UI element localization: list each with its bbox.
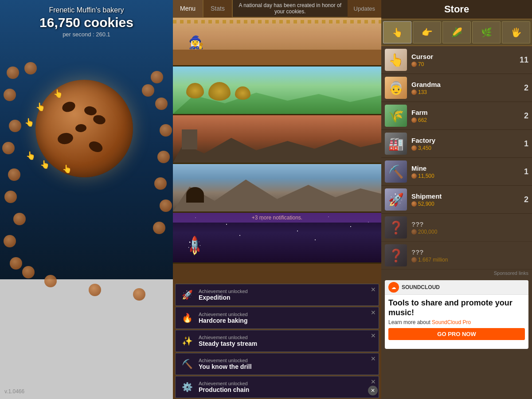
store-icons-row: 👆 👉 🌽 🌿 🖐️	[381, 20, 532, 46]
store-icon-cursor[interactable]: 👆	[383, 21, 411, 43]
store-item-factory[interactable]: 🏭 Factory 3,450 1	[381, 130, 532, 158]
store-item-unknown-2-name: ???	[411, 248, 515, 256]
grandma-character: 🧙‍♀️	[188, 35, 204, 50]
right-panel: Store 👆 👉 🌽 🌿 🖐️ 👆 Cursor 70 11 👵 Grandm…	[381, 0, 532, 399]
store-item-farm-icon: 🌾	[385, 105, 407, 127]
store-item-farm[interactable]: 🌾 Farm 662 2	[381, 102, 532, 130]
store-item-mine-count: 1	[515, 167, 528, 176]
store-item-factory-count: 1	[515, 139, 528, 149]
factory-building	[182, 129, 197, 149]
soundcloud-logo: SOUNDCLOUD	[402, 284, 440, 290]
store-item-shipment-info: Shipment 52,900	[411, 192, 515, 207]
store-item-farm-name: Farm	[411, 109, 515, 116]
middle-panel: Menu Stats A national day has been creat…	[173, 0, 381, 399]
store-icon-leaf[interactable]: 🌿	[472, 21, 501, 43]
achievement-close-3[interactable]: ✕	[371, 332, 376, 339]
ad-inner: ☁ SOUNDCLOUD Tools to share and promote …	[385, 280, 528, 349]
achievement-drill-text: Achievement unlocked You know the drill	[199, 358, 375, 370]
ad-header: ☁ SOUNDCLOUD	[385, 280, 528, 295]
stats-button[interactable]: Stats	[203, 0, 233, 17]
achievement-name-4: You know the drill	[199, 363, 375, 370]
cookie-count: 16,750 cookies	[0, 15, 173, 30]
cursor-ring: 👆 👆 👆 👆 👆 👆	[35, 80, 133, 177]
store-item-shipment-count: 2	[515, 195, 528, 204]
scene-dots	[173, 20, 381, 23]
store-icon-palm[interactable]: 🖐️	[502, 21, 530, 43]
store-item-unknown-1-cost: 200,000	[411, 229, 515, 235]
store-item-factory-icon: 🏭	[385, 133, 407, 155]
scene-space: +3 more notifications. 🚀	[173, 213, 381, 264]
store-item-cursor[interactable]: 👆 Cursor 70 11	[381, 46, 532, 74]
scene-farm	[173, 66, 381, 115]
haystack-1	[186, 83, 204, 98]
store-item-grandma-count: 2	[515, 83, 528, 93]
achievement-production-icon: ⚙️	[179, 379, 195, 395]
store-item-cursor-count: 11	[515, 55, 528, 65]
mountains-bg	[173, 176, 381, 211]
achievement-label-3: Achievement unlocked	[199, 335, 375, 340]
store-item-shipment-icon: 🚀	[385, 188, 407, 211]
updates-button[interactable]: Updates	[348, 0, 381, 17]
left-panel: Frenetic Muffin's bakery 16,750 cookies …	[0, 0, 173, 399]
notifications-bar: +3 more notifications.	[173, 213, 381, 223]
store-item-cursor-name: Cursor	[411, 53, 515, 60]
store-item-farm-info: Farm 662	[411, 109, 515, 123]
store-item-grandma-icon: 👵	[385, 77, 407, 99]
achievement-close-2[interactable]: ✕	[371, 309, 376, 316]
menu-button[interactable]: Menu	[173, 0, 203, 17]
haystack-2	[208, 82, 231, 101]
store-icon-corn[interactable]: 🌽	[442, 21, 471, 43]
achievement-expedition: 🚀 Achievement unlocked Expedition ✕	[175, 284, 379, 306]
soundcloud-icon: ☁	[388, 282, 399, 293]
ad-area: ☁ SOUNDCLOUD Tools to share and promote …	[385, 280, 528, 349]
store-item-unknown-2[interactable]: ❓ ??? 1.667 million	[381, 242, 532, 270]
sponsored-label: Sponsored links	[381, 270, 532, 277]
achievement-hardcore-icon: 🔥	[179, 310, 195, 326]
store-item-farm-cost: 662	[411, 117, 515, 123]
achievement-close-1[interactable]: ✕	[371, 286, 376, 293]
achievement-drill-icon: ⛏️	[179, 356, 195, 372]
store-item-unknown-1[interactable]: ❓ ??? 200,000	[381, 214, 532, 242]
store-item-unknown-1-info: ??? 200,000	[411, 220, 515, 235]
achievement-name-1: Expedition	[199, 294, 375, 301]
ad-gopro-button[interactable]: GO PRO NOW	[388, 328, 525, 340]
achievement-hardcore-text: Achievement unlocked Hardcore baking	[199, 312, 375, 324]
achievement-label-4: Achievement unlocked	[199, 358, 375, 363]
store-item-grandma-name: Grandma	[411, 81, 515, 88]
achievement-name-3: Steady tasty stream	[199, 340, 375, 347]
ad-title: Tools to share and promote your music!	[388, 298, 525, 317]
cave-entrance	[186, 187, 204, 203]
close-all-button[interactable]: ✕	[368, 386, 378, 395]
store-item-mine[interactable]: ⛏️ Mine 11,500 1	[381, 158, 532, 186]
achievement-name-5: Production chain	[199, 386, 375, 393]
big-cookie-container[interactable]: 👆 👆 👆 👆 👆 👆	[35, 80, 137, 182]
factory-bg	[173, 132, 381, 163]
ad-subtext: Learn more about	[388, 319, 430, 325]
store-icon-hand[interactable]: 👉	[413, 21, 441, 43]
store-item-unknown-1-icon: ❓	[385, 216, 407, 239]
version-label: v.1.0466	[4, 388, 24, 395]
achievement-close-5[interactable]: ✕	[371, 378, 376, 385]
store-item-factory-info: Factory 3,450	[411, 137, 515, 151]
store-item-grandma-cost: 133	[411, 89, 515, 95]
store-item-mine-cost: 11,500	[411, 173, 515, 179]
farm-hills	[173, 87, 381, 114]
achievement-close-4[interactable]: ✕	[371, 355, 376, 362]
store-item-grandma[interactable]: 👵 Grandma 133 2	[381, 74, 532, 102]
store-item-farm-count: 2	[515, 111, 528, 121]
ad-link[interactable]: SoundCloud Pro	[432, 319, 471, 325]
achievement-steady-text: Achievement unlocked Steady tasty stream	[199, 335, 375, 347]
achievement-expedition-text: Achievement unlocked Expedition	[199, 289, 375, 301]
store-item-unknown-1-name: ???	[411, 220, 515, 228]
scene-floor	[173, 50, 381, 65]
achievement-production-text: Achievement unlocked Production chain	[199, 381, 375, 393]
store-item-mine-info: Mine 11,500	[411, 164, 515, 179]
achievement-steady-icon: ✨	[179, 333, 195, 349]
store-item-shipment[interactable]: 🚀 Shipment 52,900 2	[381, 186, 532, 214]
achievement-steady: ✨ Achievement unlocked Steady tasty stre…	[175, 330, 379, 352]
store-item-shipment-name: Shipment	[411, 192, 515, 200]
store-item-factory-cost: 3,450	[411, 145, 515, 151]
achievements-container: 🚀 Achievement unlocked Expedition ✕ 🔥 Ac…	[173, 283, 381, 399]
store-item-mine-name: Mine	[411, 164, 515, 172]
store-item-shipment-cost: 52,900	[411, 201, 515, 207]
